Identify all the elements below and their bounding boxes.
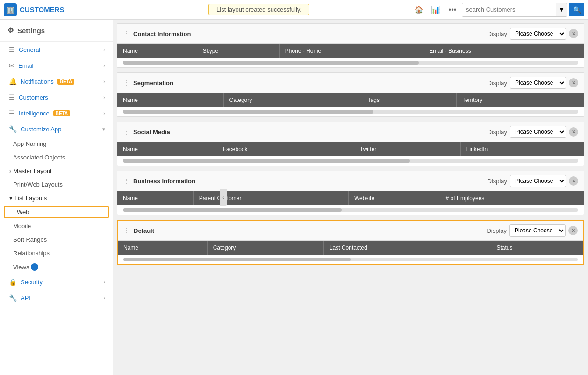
- close-btn-contact-info[interactable]: ✕: [569, 29, 578, 38]
- sidebar-item-intelligence[interactable]: ☰ Intelligence BETA ›: [0, 105, 113, 121]
- sidebar-item-email[interactable]: ✉ Email ›: [0, 58, 113, 73]
- api-icon: 🔧: [9, 294, 17, 302]
- sidebar-subitem-app-naming[interactable]: App Naming: [0, 137, 113, 151]
- sidebar-section-list-layouts[interactable]: ▾ List Layouts: [0, 191, 113, 205]
- sidebar-label-intelligence: Intelligence: [19, 110, 50, 117]
- panel-table-segmentation: NameCategoryTagsTerritory: [117, 93, 584, 107]
- col-header-contact-info: Email - Business: [423, 44, 584, 58]
- sidebar-subitem-sort-ranges[interactable]: Sort Ranges: [0, 233, 113, 246]
- panel-table-default: NameCategoryLast ContactedStatus: [118, 241, 583, 255]
- drag-handle-business-info[interactable]: ⋮: [123, 177, 129, 185]
- top-center: List layout created successfully.: [107, 4, 411, 15]
- intelligence-beta-badge: BETA: [53, 110, 70, 116]
- panel-contact-info: ⋮ Contact InformationDisplay Please Choo…: [117, 23, 584, 68]
- customers-icon: ☰: [9, 94, 15, 101]
- sidebar-subitem-relationships[interactable]: Relationships: [0, 246, 113, 260]
- display-label-segmentation: Display: [487, 79, 507, 87]
- panel-progress-contact-info: [117, 58, 584, 67]
- close-btn-segmentation[interactable]: ✕: [569, 78, 578, 87]
- sidebar-item-security[interactable]: 🔒 Security ›: [0, 274, 113, 290]
- sidebar-subitem-views: Views +: [0, 260, 113, 274]
- display-label-default: Display: [487, 227, 507, 234]
- search-input[interactable]: [462, 3, 556, 16]
- chart-button[interactable]: 📊: [428, 2, 443, 17]
- panel-social-media: ⋮ Social MediaDisplay Please Choose Alwa…: [117, 122, 584, 166]
- panel-progress-business-info: [117, 205, 584, 215]
- search-go-button[interactable]: 🔍: [569, 3, 584, 16]
- col-header-social-media: Twitter: [354, 142, 461, 156]
- col-header-default: Status: [491, 241, 583, 255]
- sidebar-item-customize[interactable]: 🔧 Customize App ▾: [0, 121, 113, 137]
- list-layouts-label: List Layouts: [14, 195, 47, 202]
- sidebar-item-general[interactable]: ☰ General ›: [0, 42, 113, 58]
- sidebar-item-notifications[interactable]: 🔔 Notifications BETA ›: [0, 73, 113, 89]
- panel-header-segmentation: ⋮ SegmentationDisplay Please Choose Alwa…: [117, 73, 584, 93]
- close-btn-social-media[interactable]: ✕: [569, 127, 578, 137]
- drag-handle-contact-info[interactable]: ⋮: [123, 30, 129, 37]
- expand-icon-master: ›: [9, 167, 11, 174]
- display-label-social-media: Display: [487, 129, 507, 136]
- chevron-intelligence: ›: [103, 110, 105, 116]
- display-select-segmentation[interactable]: Please Choose Always Never Conditionally: [510, 77, 566, 89]
- settings-icon: ⚙: [7, 26, 14, 35]
- sidebar-item-api[interactable]: 🔧 API ›: [0, 290, 113, 306]
- app-logo-icon: 🏢: [4, 3, 17, 16]
- notifications-beta-badge: BETA: [57, 79, 74, 85]
- panel-title-segmentation: Segmentation: [133, 79, 173, 87]
- sidebar-subitem-mobile[interactable]: Mobile: [0, 219, 113, 233]
- settings-label: Settings: [17, 27, 45, 35]
- display-label-business-info: Display: [487, 178, 507, 185]
- master-layout-label: Master Layout: [13, 167, 51, 174]
- close-btn-business-info[interactable]: ✕: [569, 176, 578, 186]
- col-header-segmentation: Category: [223, 93, 362, 107]
- sidebar-section-master-layout[interactable]: › Master Layout: [0, 164, 113, 178]
- top-right: 🏠 📊 ••• ▼ 🔍: [411, 2, 584, 17]
- security-icon: 🔒: [9, 278, 17, 286]
- more-button[interactable]: •••: [445, 2, 460, 17]
- sidebar-label-customize: Customize App: [21, 126, 61, 133]
- sidebar-label-general: General: [19, 46, 40, 53]
- sidebar-subitem-print-web[interactable]: Print/Web Layouts: [0, 178, 113, 191]
- sidebar-subitem-web[interactable]: Web: [4, 206, 109, 218]
- drag-handle-segmentation[interactable]: ⋮: [123, 79, 129, 87]
- close-btn-default[interactable]: ✕: [568, 226, 578, 235]
- col-header-segmentation: Territory: [456, 93, 584, 107]
- col-header-business-info: # of Employees: [440, 191, 584, 205]
- app-logo: 🏢 CUSTOMERS: [4, 3, 107, 16]
- display-select-default[interactable]: Please Choose Always Never Conditionally: [509, 224, 566, 237]
- sidebar-label-api: API: [21, 295, 30, 302]
- col-header-segmentation: Name: [117, 93, 223, 107]
- intelligence-icon: ☰: [9, 109, 15, 117]
- sidebar-subitem-associated-objects[interactable]: Associated Objects: [0, 151, 113, 164]
- notifications-icon: 🔔: [9, 78, 17, 85]
- panel-title-social-media: Social Media: [133, 129, 170, 136]
- panel-header-business-info: ⋮ Business InformationDisplay Please Cho…: [117, 171, 584, 191]
- home-button[interactable]: 🏠: [411, 2, 426, 17]
- chevron-customers: ›: [103, 94, 105, 100]
- chevron-general: ›: [103, 47, 105, 52]
- display-select-business-info[interactable]: Please Choose Always Never Conditionally: [510, 175, 566, 187]
- panel-progress-segmentation: [117, 107, 584, 116]
- top-header: 🏢 CUSTOMERS List layout created successf…: [0, 0, 588, 20]
- drag-handle-social-media[interactable]: ⋮: [123, 128, 129, 136]
- panel-progress-social-media: [117, 156, 584, 166]
- col-header-segmentation: Tags: [362, 93, 456, 107]
- drag-handle-default[interactable]: ⋮: [123, 227, 130, 234]
- panel-header-contact-info: ⋮ Contact InformationDisplay Please Choo…: [117, 24, 584, 44]
- general-icon: ☰: [9, 46, 15, 53]
- success-banner: List layout created successfully.: [208, 4, 309, 15]
- main-content: ⋮ Contact InformationDisplay Please Choo…: [113, 20, 588, 375]
- display-select-social-media[interactable]: Please Choose Always Never Conditionally: [510, 126, 566, 138]
- display-select-contact-info[interactable]: Please Choose Always Never Conditionally: [510, 28, 566, 40]
- sidebar-item-customers[interactable]: ☰ Customers ›: [0, 89, 113, 105]
- col-header-contact-info: Name: [117, 44, 197, 58]
- sidebar-label-security: Security: [21, 279, 43, 286]
- col-header-social-media: LinkedIn: [460, 142, 584, 156]
- search-dropdown-button[interactable]: ▼: [556, 3, 567, 16]
- sidebar-collapse-button[interactable]: ‹: [220, 189, 227, 206]
- add-view-button[interactable]: +: [31, 263, 38, 271]
- col-header-business-info: Name: [117, 191, 193, 205]
- col-header-default: Last Contacted: [323, 241, 491, 255]
- expand-icon-list: ▾: [9, 195, 13, 202]
- col-header-business-info: Website: [348, 191, 440, 205]
